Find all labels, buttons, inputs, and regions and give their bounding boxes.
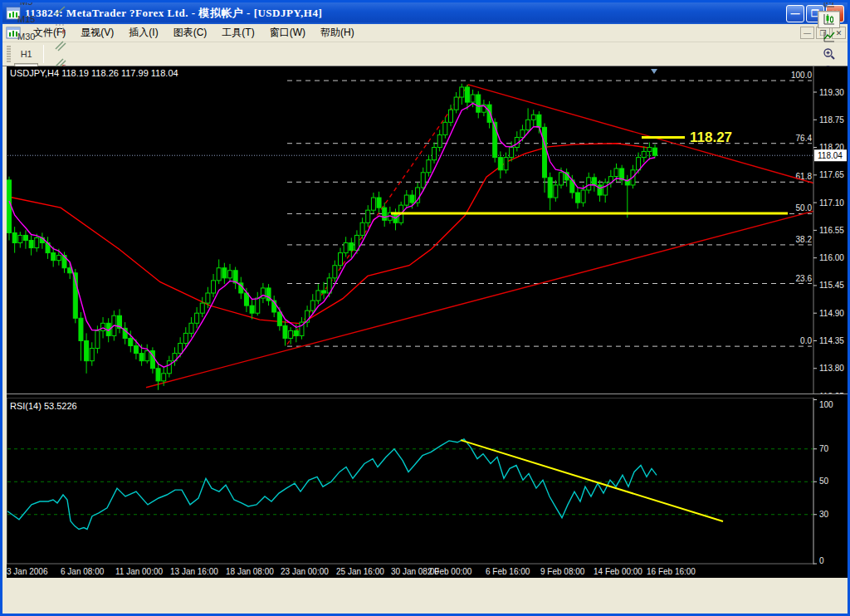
time-axis-label: 3 Jan 2006	[7, 567, 48, 576]
time-axis-label: 11 Jan 00:00	[115, 567, 163, 576]
timeframe-button-m15[interactable]: M15	[14, 11, 38, 28]
time-axis-label: 23 Jan 00:00	[281, 567, 329, 576]
zoom-in-icon[interactable]	[818, 46, 840, 63]
line-chart-icon[interactable]	[818, 28, 840, 46]
rsi-tick-label: 100	[819, 400, 833, 409]
time-axis-label: 13 Jan 16:00	[170, 567, 218, 576]
price-chart[interactable]: 100.076.461.850.038.223.60.0118.27119.30…	[7, 66, 848, 394]
timeframe-button-m5[interactable]: M5	[14, 0, 38, 11]
price-tick-label: 116.55	[819, 226, 844, 235]
fibo-retracement-icon[interactable]: F	[49, 19, 71, 37]
menu-item-图表[interactable]: 图表(C)	[166, 24, 215, 41]
time-axis-label: 6 Jan 08:00	[61, 567, 104, 576]
time-axis[interactable]: 3 Jan 20066 Jan 08:0011 Jan 00:0013 Jan …	[7, 565, 848, 578]
time-axis-label: 6 Feb 16:00	[486, 567, 530, 576]
time-axis-label: 16 Feb 16:00	[647, 567, 696, 576]
time-axis-label: 9 Feb 08:00	[540, 567, 584, 576]
rsi-label: RSI(14) 53.5226	[10, 401, 77, 411]
price-tick-label: 113.25	[819, 392, 844, 394]
window-title: 113824: MetaTrader ?Forex Ltd. - 模拟帐户 - …	[25, 6, 786, 21]
trendline-icon[interactable]	[49, 2, 71, 19]
time-axis-label: 2 Feb 00:00	[427, 567, 471, 576]
price-level-label: 118.27	[690, 130, 732, 145]
price-pane[interactable]: 100.076.461.850.038.223.60.0118.27119.30…	[7, 66, 848, 394]
menu-item-窗口[interactable]: 窗口(W)	[262, 24, 313, 41]
rsi-tick-label: 30	[819, 510, 829, 519]
minimize-button[interactable]: —	[786, 5, 804, 22]
fib-level-label: 76.4	[796, 134, 813, 143]
fib-level-label: 23.6	[796, 274, 813, 283]
time-axis-label: 25 Jan 16:00	[336, 567, 384, 576]
channel-icon[interactable]	[49, 37, 71, 54]
toolbar-grip[interactable]	[7, 45, 11, 63]
fib-level-label: 0.0	[800, 336, 812, 345]
rsi-tick-label: 50	[819, 477, 829, 486]
menu-item-工具[interactable]: 工具(T)	[214, 24, 261, 41]
candlestick-icon[interactable]	[818, 11, 840, 28]
timeframe-button-m30[interactable]: M30	[14, 28, 38, 46]
price-tick-label: 119.30	[819, 88, 844, 97]
fib-level-label: 100.0	[791, 71, 812, 80]
rsi-chart[interactable]: 1007050300RSI(14) 53.5226	[7, 398, 848, 565]
price-tick-label: 117.10	[819, 198, 844, 208]
fib-level-label: 38.2	[796, 235, 813, 244]
price-tick-label: 117.65	[819, 170, 844, 179]
chart-client-area: 100.076.461.850.038.223.60.0118.27119.30…	[2, 66, 848, 578]
ohlc-header: USDJPY,H4 118.19 118.26 117.99 118.04	[10, 68, 178, 78]
fib-level-label: 50.0	[796, 203, 813, 213]
time-axis-label: 18 Jan 08:00	[226, 567, 274, 576]
price-tick-label: 114.90	[819, 309, 844, 318]
bar-chart-icon[interactable]	[818, 0, 840, 11]
timeframe-button-h1[interactable]: H1	[14, 46, 38, 63]
menu-item-帮助[interactable]: 帮助(H)	[313, 24, 362, 41]
metatrader-window: 113824: MetaTrader ?Forex Ltd. - 模拟帐户 - …	[0, 0, 850, 616]
rsi-pane[interactable]: 1007050300RSI(14) 53.5226	[7, 398, 848, 565]
current-price-value: 118.04	[818, 151, 843, 160]
rsi-tick-label: 70	[819, 444, 829, 453]
menu-bar: 文件(F)显视(V)插入(I)图表(C)工具(T)窗口(W)帮助(H) — ❐ …	[2, 24, 848, 42]
child-minimize-button[interactable]: —	[800, 27, 814, 39]
toolbar: M1M5M15M30H1H4D1W1MN FF	[2, 42, 848, 66]
menu-item-显视[interactable]: 显视(V)	[73, 24, 121, 41]
price-tick-label: 113.80	[819, 364, 844, 373]
svg-text:F: F	[62, 29, 66, 35]
price-tick-label: 118.75	[819, 115, 844, 125]
menu-item-插入[interactable]: 插入(I)	[121, 24, 165, 41]
price-tick-label: 116.00	[819, 253, 844, 262]
rsi-tick-label: 0	[819, 556, 824, 565]
time-axis-label: 14 Feb 00:00	[594, 567, 642, 576]
title-bar: 113824: MetaTrader ?Forex Ltd. - 模拟帐户 - …	[2, 2, 848, 24]
price-tick-label: 115.45	[819, 281, 844, 290]
price-tick-label: 114.35	[819, 336, 844, 345]
toolbar-separator	[43, 45, 44, 63]
